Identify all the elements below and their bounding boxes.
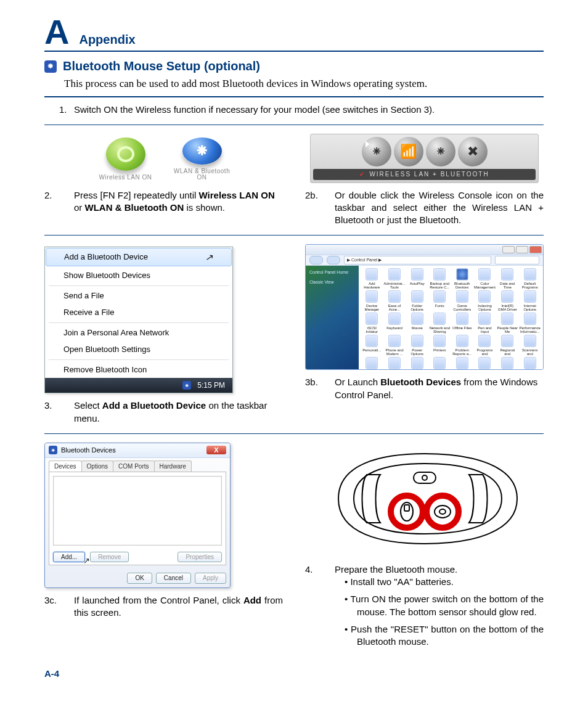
add-button[interactable]: Add... <box>53 552 85 563</box>
control-panel-item-label: Default Programs <box>520 282 541 289</box>
control-panel-item-icon <box>365 268 378 280</box>
bluetooth-icon: ⁕ <box>44 60 57 73</box>
sidebar-classic-view[interactable]: Classic View <box>309 279 355 285</box>
tab-options[interactable]: Options <box>81 460 113 472</box>
control-panel-item-label: Fonts <box>435 304 444 311</box>
control-panel-item[interactable]: Scanners and Cameras <box>520 335 541 356</box>
window-minimize-button[interactable] <box>502 246 515 253</box>
control-panel-item[interactable]: Performance Informatio... <box>520 313 541 333</box>
tab-com-ports[interactable]: COM Ports <box>113 460 154 472</box>
nav-fwd-button[interactable] <box>327 256 340 264</box>
control-panel-item[interactable]: Speech Recogniti... <box>407 357 428 370</box>
menu-item-send-file[interactable]: Send a File <box>45 287 232 305</box>
menu-item-remove-bt-icon[interactable]: Remove Bluetooth Icon <box>45 361 232 379</box>
control-panel-item[interactable]: Sound <box>383 357 405 370</box>
control-panel-item[interactable]: Bluetooth Devices <box>452 268 473 289</box>
control-panel-item-icon <box>501 335 513 347</box>
menu-item-show-bluetooth-devices[interactable]: Show Bluetooth Devices <box>45 267 232 284</box>
dialog-title: Bluetooth Devices <box>61 446 116 455</box>
control-panel-item[interactable]: Taskbar and Start Menu <box>520 357 541 370</box>
control-panel-item-label: Offline Files <box>452 326 472 333</box>
step-3c: 3c.If launched from the Control Panel, c… <box>59 594 283 620</box>
bullet-install-batteries: Install two "AA" batteries. <box>345 576 544 588</box>
control-panel-item-icon <box>411 268 423 280</box>
bluetooth-only-icon: ⁕ <box>426 137 455 166</box>
control-panel-item[interactable]: Add Hardware <box>361 268 382 289</box>
menu-item-add-bluetooth-device[interactable]: Add a Bluetooth Device <box>46 248 232 266</box>
step-3b: 3b.Or Launch Bluetooth Devices from the … <box>320 376 544 401</box>
control-panel-item[interactable]: Problem Reports a... <box>452 335 473 356</box>
control-panel-item[interactable]: Sync Center <box>452 357 473 370</box>
control-panel-item[interactable]: Color Management <box>474 268 496 289</box>
control-panel-item[interactable]: Offline Files <box>452 313 473 333</box>
control-panel-item[interactable]: Administrat... Tools <box>383 268 405 289</box>
control-panel-item[interactable]: Mouse <box>407 313 428 333</box>
menu-item-receive-file[interactable]: Receive a File <box>45 304 232 321</box>
control-panel-item-icon <box>501 290 513 303</box>
control-panel-item-icon <box>388 290 401 303</box>
control-panel-item[interactable]: Network and Sharing Ce... <box>429 313 451 333</box>
control-panel-item[interactable]: Fonts <box>429 290 451 311</box>
control-panel-item-icon <box>433 335 446 347</box>
nav-back-button[interactable] <box>309 256 323 264</box>
step-3: 3.Select Add a Bluetooth Device on the t… <box>59 399 283 425</box>
control-panel-item[interactable]: Internet Options <box>520 290 541 311</box>
control-panel-item-label: Keyboard <box>386 326 402 333</box>
control-panel-item-icon <box>501 268 513 280</box>
step-4: 4.Prepare the Bluetooth mouse. <box>320 563 544 576</box>
cancel-button[interactable]: Cancel <box>156 573 191 584</box>
breadcrumb[interactable]: ▶ Control Panel ▶ <box>344 256 491 264</box>
control-panel-item[interactable]: Personali... <box>361 335 382 356</box>
control-panel-item[interactable]: Pen and Input Devices <box>474 313 496 333</box>
control-panel-item[interactable]: Regional and Languag... <box>497 335 518 356</box>
control-panel-item[interactable]: Default Programs <box>520 268 541 289</box>
ok-button[interactable]: OK <box>127 573 152 584</box>
search-input[interactable] <box>495 256 539 264</box>
control-panel-item-label: Scanners and Cameras <box>520 348 541 356</box>
control-panel-item-icon <box>456 357 468 369</box>
control-panel-item[interactable]: Tablet PC Settings <box>497 357 518 370</box>
control-panel-item[interactable]: Programs and Features <box>474 335 496 356</box>
bluetooth-tray-context-menu: Add a Bluetooth Device Show Bluetooth De… <box>44 247 233 393</box>
control-panel-item[interactable]: AutoPlay <box>407 268 428 289</box>
remove-button[interactable]: Remove <box>90 552 129 563</box>
control-panel-item[interactable]: Device Manager <box>361 290 382 311</box>
control-panel-item[interactable]: Ease of Acce... <box>383 290 405 311</box>
properties-button[interactable]: Properties <box>178 552 222 563</box>
window-close-button[interactable] <box>529 246 542 253</box>
control-panel-item[interactable]: Backup and Restore C... <box>429 268 451 289</box>
tab-hardware[interactable]: Hardware <box>154 460 192 472</box>
control-panel-item[interactable]: iSCSI Initiator <box>361 313 382 333</box>
menu-item-open-bt-settings[interactable]: Open Bluetooth Settings <box>45 341 232 358</box>
control-panel-item-icon <box>388 268 401 280</box>
control-panel-item[interactable]: Security Center <box>361 357 382 370</box>
control-panel-item[interactable]: Indexing Options <box>474 290 496 311</box>
control-panel-item-label: Printers <box>433 348 446 356</box>
control-panel-item[interactable]: Power Options <box>407 335 428 356</box>
tab-devices[interactable]: Devices <box>49 460 82 472</box>
control-panel-item[interactable]: Game Controllers <box>452 290 473 311</box>
control-panel-item[interactable]: Symantec LiveUpdate <box>429 357 451 370</box>
control-panel-item-icon <box>365 290 378 303</box>
tray-bluetooth-icon[interactable]: ⁕ <box>182 381 191 390</box>
control-panel-item[interactable]: System <box>474 357 496 370</box>
control-panel-item-label: Date and Time <box>497 282 518 289</box>
control-panel-item-label: Power Options <box>407 348 428 356</box>
control-panel-item[interactable]: Keyboard <box>383 313 405 333</box>
control-panel-item-icon <box>501 313 513 325</box>
control-panel-item[interactable]: Date and Time <box>497 268 518 289</box>
window-maximize-button[interactable] <box>516 246 528 253</box>
control-panel-item-label: Device Manager <box>361 304 382 311</box>
menu-item-join-pan[interactable]: Join a Personal Area Network <box>45 324 232 342</box>
sidebar-control-panel-home[interactable]: Control Panel Home <box>309 269 355 275</box>
chapter-title: Appendix <box>79 31 135 48</box>
dialog-close-button[interactable]: X <box>206 446 226 454</box>
control-panel-item[interactable]: Phone and Modem ... <box>383 335 405 356</box>
control-panel-item[interactable]: People Near Me <box>497 313 518 333</box>
dialog-bluetooth-icon: ⁕ <box>49 446 57 454</box>
control-panel-item[interactable]: Printers <box>429 335 451 356</box>
control-panel-item[interactable]: Folder Options <box>407 290 428 311</box>
apply-button[interactable]: Apply <box>195 573 226 584</box>
control-panel-item-label: Regional and Languag... <box>497 348 518 356</box>
control-panel-item[interactable]: Intel(R) GMA Driver for... <box>497 290 518 311</box>
